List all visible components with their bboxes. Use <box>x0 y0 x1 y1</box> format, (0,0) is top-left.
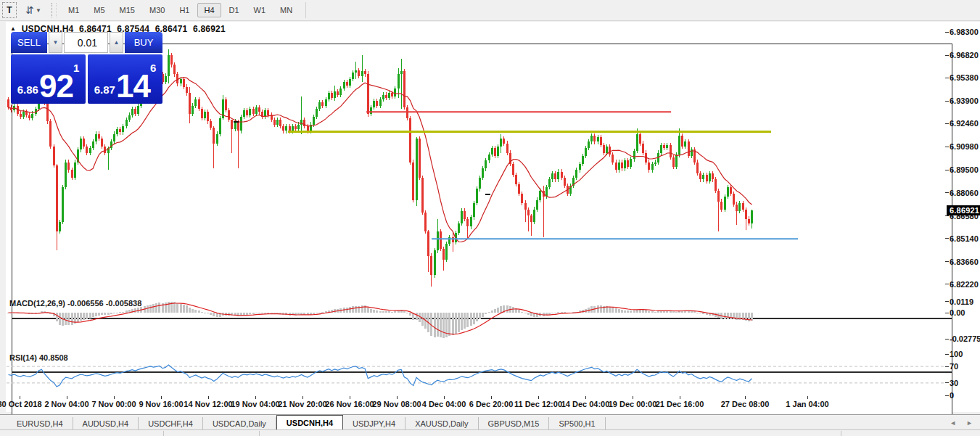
rsi-axis-label: 100 <box>950 350 980 358</box>
time-axis-label: 11 Dec 12:00 <box>514 400 562 408</box>
macd-pane[interactable] <box>12 318 952 372</box>
time-axis-label: 19 Dec 00:00 <box>609 400 657 408</box>
toolbar-grip <box>52 3 57 17</box>
buy-price-box[interactable]: 6.87 14 6 <box>88 54 162 104</box>
top-toolbar: T ⇵ ▼ M1M5M15M30H1H4D1W1MN <box>0 0 980 21</box>
timeframe-toolbar: M1M5M15M30H1H4D1W1MN <box>61 0 300 20</box>
chart-tab-gbpusd[interactable]: GBPUSD,M15 <box>479 417 550 430</box>
macd-main-value: -0.006556 <box>67 299 104 308</box>
time-axis-label: 6 Dec 20:00 <box>469 400 514 408</box>
time-axis-label: 30 Oct 2018 <box>0 400 42 408</box>
volume-field[interactable]: 0.01 <box>64 32 108 53</box>
time-axis-label: 1 Jan 04:00 <box>786 400 828 408</box>
price-axis-label: 6.93900 <box>950 96 980 105</box>
buy-price-prefix: 6.87 <box>94 83 115 96</box>
mt4-window: T ⇵ ▼ M1M5M15M30H1H4D1W1MN ▲ USDCNH,H4 6… <box>0 0 980 436</box>
timeframe-button-w1[interactable]: W1 <box>247 3 273 17</box>
text-tool-icon: T <box>7 5 12 15</box>
price-axis-label: 6.95380 <box>950 73 980 82</box>
chart-tab-usdjpy[interactable]: USDJPY,H4 <box>343 417 405 430</box>
buy-price-pips: 14 <box>116 72 150 101</box>
direction-arrow-icon: ▲ <box>10 25 16 32</box>
volume-decrease-button[interactable]: ▼ <box>49 32 62 53</box>
timeframe-button-m30[interactable]: M30 <box>143 3 171 17</box>
chart-tab-sp500[interactable]: SP500,H1 <box>549 417 605 430</box>
status-divider <box>163 431 164 436</box>
current-price-badge: 6.86921 <box>947 205 980 215</box>
time-axis-label: 21 Nov 20:00 <box>278 400 326 408</box>
sell-button[interactable]: SELL <box>11 32 47 53</box>
timeframe-button-m15[interactable]: M15 <box>113 3 141 17</box>
sell-price-pips: 92 <box>39 72 73 101</box>
ohlc-close: 6.86921 <box>193 24 226 34</box>
buy-price-point: 6 <box>150 62 156 74</box>
spinner-down-icon: ▼ <box>53 39 59 46</box>
time-axis-label: 29 Nov 08:00 <box>372 400 421 408</box>
status-divider <box>259 431 260 436</box>
one-click-trading-panel: SELL ▼ 0.01 ▲ BUY 6.86 92 1 6.87 1 <box>11 32 162 104</box>
tab-scroll-left-icon[interactable]: ◄ <box>950 419 956 427</box>
timeframe-button-m1[interactable]: M1 <box>62 3 86 17</box>
status-divider <box>841 431 841 436</box>
time-axis-label: 27 Dec 08:00 <box>721 400 770 408</box>
time-axis-label: 2 Nov 04:00 <box>44 400 88 408</box>
time-axis-label: 7 Nov 00:00 <box>91 400 136 408</box>
sell-price-prefix: 6.86 <box>17 83 38 96</box>
sell-price-box[interactable]: 6.86 92 1 <box>11 54 86 104</box>
macd-axis-label: 0.00 <box>950 308 980 317</box>
text-tool-button[interactable]: T <box>2 2 17 18</box>
price-axis-label: 6.90980 <box>950 142 980 151</box>
time-axis-label: 9 Nov 16:00 <box>139 400 183 408</box>
time-axis-label: 14 Nov 12:00 <box>184 400 232 408</box>
buy-button[interactable]: BUY <box>125 32 162 53</box>
rsi-axis-label: 70 <box>950 362 980 371</box>
price-axis-label: 6.92460 <box>950 119 980 128</box>
tab-scroll-right-icon[interactable]: ► <box>966 419 973 427</box>
status-bar <box>0 429 980 436</box>
time-axis-label: 4 Dec 04:00 <box>422 400 466 408</box>
chart-tab-bar: EURUSD,H4AUDUSD,H4USDCHF,H4USDCAD,DailyU… <box>0 414 980 430</box>
rsi-pane[interactable] <box>12 372 952 419</box>
timeframe-button-d1[interactable]: D1 <box>223 3 246 17</box>
price-axis-label: 6.98300 <box>950 28 980 36</box>
price-axis-label: 6.83660 <box>950 258 980 266</box>
timeframe-button-h4[interactable]: H4 <box>197 3 221 17</box>
macd-axis-label: 0.0119 <box>950 297 980 306</box>
rsi-label: RSI(14) 40.8508 <box>9 353 68 362</box>
timeframe-button-m5[interactable]: M5 <box>87 3 111 17</box>
rsi-axis-label: 0 <box>950 391 980 400</box>
chart-tab-usdchf[interactable]: USDCHF,H4 <box>139 417 203 430</box>
arrows-tool-button[interactable]: ⇵ ▼ <box>22 3 44 17</box>
time-axis-label: 21 Dec 16:00 <box>656 400 704 408</box>
volume-increase-button[interactable]: ▲ <box>110 32 123 53</box>
macd-signal-value: -0.005838 <box>106 299 142 308</box>
arrows-icon: ⇵ <box>25 5 34 15</box>
timeframe-button-mn[interactable]: MN <box>273 3 299 17</box>
price-axis-label: 6.88060 <box>950 189 980 197</box>
chart-tab-usdcnh[interactable]: USDCNH,H4 <box>276 415 343 430</box>
time-axis-label: 26 Nov 16:00 <box>325 400 374 408</box>
macd-label: MACD(12,26,9) -0.006556 -0.005838 <box>9 299 141 308</box>
chevron-down-icon: ▼ <box>36 7 41 14</box>
spinner-up-icon: ▲ <box>114 39 120 46</box>
toolbar-separator <box>305 2 306 18</box>
price-axis-label: 6.96820 <box>950 51 980 59</box>
timeframe-button-h1[interactable]: H1 <box>173 3 196 17</box>
chart-tab-usdcad[interactable]: USDCAD,Daily <box>203 417 276 430</box>
price-axis-label: 6.85140 <box>950 234 980 243</box>
time-axis-label: 19 Nov 04:00 <box>231 400 279 408</box>
time-axis-label: 14 Dec 04:00 <box>561 400 610 408</box>
rsi-value: 40.8508 <box>39 353 68 362</box>
chart-tab-xauusd[interactable]: XAUUSD,Daily <box>405 417 478 430</box>
chart-tab-eurusd[interactable]: EURUSD,H4 <box>7 417 73 430</box>
rsi-axis-label: 30 <box>950 379 980 387</box>
price-axis-label: 6.82220 <box>950 280 980 289</box>
chart-tab-audusd[interactable]: AUDUSD,H4 <box>73 417 139 430</box>
price-axis-label: 6.89500 <box>950 165 980 174</box>
macd-axis-label: -0.027754 <box>950 334 980 343</box>
sell-price-point: 1 <box>73 62 79 74</box>
